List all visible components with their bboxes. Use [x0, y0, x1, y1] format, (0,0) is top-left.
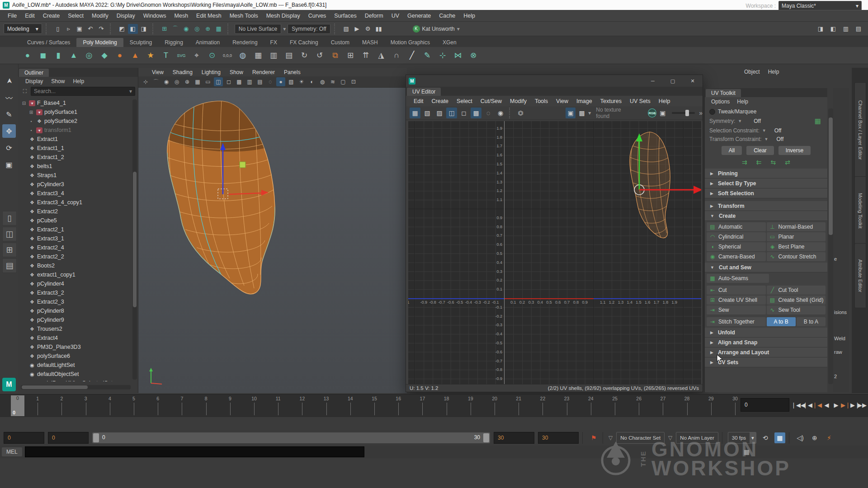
layout-outliner-persp[interactable]: ▤	[2, 258, 17, 273]
tab-channel-box[interactable]: Channel Box / Layer Editor	[854, 82, 866, 178]
menu-item[interactable]: Edit	[21, 13, 39, 19]
uv-camera-icon[interactable]: ⏣	[516, 108, 526, 118]
menu-item[interactable]: Curves	[304, 13, 330, 19]
animation-end-field[interactable]: 30	[538, 432, 579, 444]
uv-editor-menu-item[interactable]: Cut/Sew	[476, 98, 506, 104]
uv-canvas[interactable]: -1.1-0.9-0.8-0.7-0.6-0.5-0.4-0.3-0.2-0.1…	[408, 121, 701, 385]
menu-item[interactable]: UV	[387, 13, 403, 19]
safe-title-icon[interactable]: ▤	[255, 77, 264, 86]
uv-editor-menu-item[interactable]: Modify	[506, 98, 531, 104]
playback-start-field[interactable]: 0	[48, 432, 89, 444]
select-hierarchy-icon[interactable]: ◩	[117, 24, 127, 34]
uv-editor-menu-item[interactable]: View	[552, 98, 572, 104]
tab-attribute-editor[interactable]: Attribute Editor	[854, 243, 866, 308]
outliner-item[interactable]: belts1	[18, 162, 131, 171]
divider[interactable]	[152, 23, 156, 34]
shelf-tab[interactable]: Custom	[325, 38, 356, 47]
screen-ao-icon[interactable]: ◍	[318, 77, 327, 86]
stitch-a-to-b-button[interactable]: A to B	[767, 317, 796, 326]
uv-shell-border-icon[interactable]: ◫	[446, 108, 457, 118]
scale-tool[interactable]: ▣	[2, 158, 16, 171]
uv-lattice-tool-icon[interactable]: ▦	[410, 108, 420, 118]
shelf-tab[interactable]: Animation	[189, 38, 226, 47]
create-projection-button[interactable]: ⊥ Normal-Based	[767, 222, 826, 231]
mel-command-input[interactable]	[25, 446, 364, 457]
go-to-start-button[interactable]: ❘◀◀	[794, 398, 802, 412]
layout-single-pane[interactable]: ▯	[2, 211, 17, 225]
outliner-item[interactable]: Extract2_4	[18, 243, 131, 252]
viewport-menu-item[interactable]: Lighting	[198, 69, 224, 75]
playback-end-field[interactable]: 30	[494, 432, 534, 444]
menu-item[interactable]: Deform	[361, 13, 387, 19]
live-surface-field[interactable]: No Live Surface	[235, 24, 281, 34]
outliner-item[interactable]: defaultObjectSet	[18, 370, 131, 379]
quad-draw-icon[interactable]: ✎	[420, 49, 434, 62]
isolate-select-icon[interactable]: ⊡	[349, 77, 358, 86]
outliner-item[interactable]: polySurface2	[18, 117, 131, 126]
play-forwards-button[interactable]: ▶	[832, 398, 840, 412]
uv-editor-menu-item[interactable]: Help	[655, 98, 675, 104]
super-shape-icon[interactable]: ★	[144, 49, 157, 62]
create-projection-button[interactable]: ▤ Automatic	[707, 222, 766, 231]
move-tool[interactable]: ✥	[2, 124, 16, 138]
expander-icon[interactable]	[28, 128, 34, 133]
undo-icon[interactable]: ↶	[85, 24, 95, 34]
multi-cut-icon[interactable]: ╱	[405, 49, 419, 62]
shelf-tab[interactable]: Sculpting	[123, 38, 158, 47]
viewport-menu-item[interactable]: Renderer	[249, 69, 278, 75]
shelf-tab[interactable]: FX Caching	[283, 38, 325, 47]
sphere-project-icon[interactable]: ◍	[236, 49, 250, 62]
close-icon[interactable]: ✕	[683, 78, 703, 84]
outliner-item[interactable]: polySurface6	[18, 352, 131, 361]
perspective-viewport[interactable]: ViewShadingLightingShowRendererPanels ⊹⌒…	[138, 68, 407, 393]
create-projection-button[interactable]: ▭ Planar	[767, 232, 826, 241]
toolkit-section-header[interactable]: ▶ Unfold	[705, 328, 827, 338]
create-polygon-icon[interactable]: ⊹	[436, 49, 449, 62]
account-menu[interactable]: K Kat Unsworth ▾	[413, 25, 460, 33]
rotate-cw-icon[interactable]: ↻	[297, 49, 311, 62]
viewport-menu-item[interactable]: Shading	[169, 69, 196, 75]
play-backwards-button[interactable]: ◀	[822, 398, 831, 412]
type-tool-icon[interactable]: T	[159, 49, 173, 62]
menu-item[interactable]: Generate	[403, 13, 435, 19]
uv-editor-tab[interactable]: UV Editor	[407, 88, 441, 96]
sidebar-modeling-toolkit-icon[interactable]: ▤	[854, 23, 863, 33]
image-dim-slider[interactable]	[672, 112, 695, 114]
menu-item[interactable]: Create	[39, 13, 64, 19]
range-start-handle[interactable]	[93, 433, 99, 442]
outliner-item[interactable]: Extract2_2	[18, 252, 131, 261]
snap-view-plane-icon[interactable]: ⊕	[203, 24, 213, 34]
outliner-item[interactable]: polySurface1	[18, 108, 131, 117]
uv-editor-menu-item[interactable]: UV Sets	[626, 98, 655, 104]
chevron-down-icon[interactable]: ▼	[764, 137, 769, 141]
field-chart-icon[interactable]: ▩	[235, 77, 244, 86]
menu-item[interactable]: Mesh Tools	[226, 13, 262, 19]
menu-item[interactable]: Edit Mesh	[192, 13, 226, 19]
grow-shell-icon[interactable]: ⇆	[771, 159, 776, 166]
menu-item[interactable]: Display	[113, 13, 139, 19]
file-new-icon[interactable]: ▯	[53, 24, 63, 34]
outliner-item[interactable]: Extract1_2	[18, 153, 131, 162]
safe-action-icon[interactable]: ▥	[245, 77, 254, 86]
rotate-tool[interactable]: ⟳	[2, 141, 16, 155]
checker-map-icon[interactable]: ▩	[471, 108, 481, 118]
uv-grid-icon[interactable]: ▦	[251, 49, 265, 62]
uv-border-edges-icon[interactable]: ◻	[458, 108, 469, 118]
poly-sphere-icon[interactable]: ●	[21, 49, 34, 62]
toolkit-section-header[interactable]: ▶ Pinning	[705, 169, 827, 178]
grid-toggle-icon[interactable]: ▦	[193, 77, 202, 86]
film-gate-icon[interactable]: ▭	[203, 77, 212, 86]
shelf-tab[interactable]: MASH	[356, 38, 384, 47]
shelf-tab[interactable]: Poly Modeling	[76, 38, 123, 47]
shade-uvs-icon[interactable]: ◌	[483, 108, 494, 118]
outliner-item[interactable]: Extract1	[18, 135, 131, 144]
outliner-item[interactable]: modelPanel4ViewSelectedSet	[18, 379, 131, 381]
outliner-item[interactable]: pCylinder8	[18, 306, 131, 315]
redo-icon[interactable]: ↷	[96, 24, 106, 34]
snap-together-icon[interactable]: ⊙	[205, 49, 219, 62]
menu-item[interactable]: Select	[64, 13, 88, 19]
step-back-key-button[interactable]: ❘◀	[813, 398, 821, 412]
menu-item[interactable]: File	[4, 13, 21, 19]
motion-blur-icon[interactable]: ≋	[328, 77, 337, 86]
poly-plane-icon[interactable]: ◆	[98, 49, 111, 62]
